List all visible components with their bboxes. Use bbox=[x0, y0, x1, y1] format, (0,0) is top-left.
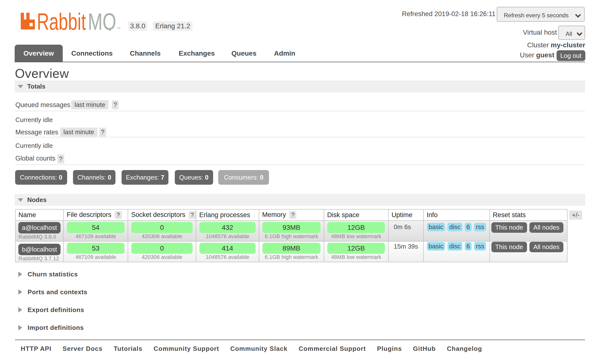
svg-text:™: ™ bbox=[117, 27, 121, 31]
svg-text:Rabbit: Rabbit bbox=[37, 13, 86, 31]
svg-text:MQ: MQ bbox=[88, 13, 116, 31]
